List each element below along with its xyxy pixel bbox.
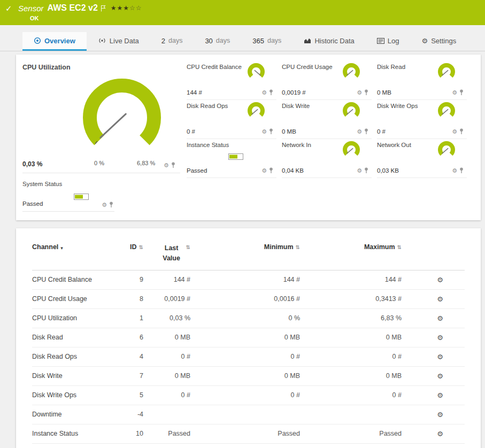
pin-icon[interactable] — [459, 167, 464, 174]
id-cell: 8 — [118, 295, 143, 303]
table-row: CPU Utilization 1 0,03 % 0 % 6,83 % ⚙ — [32, 309, 465, 328]
sort-icon[interactable]: ⇅ — [397, 244, 402, 250]
channel-cell: Disk Write Ops — [32, 391, 118, 399]
stars-filled[interactable]: ★★★ — [111, 4, 129, 12]
gauge-scale-max: 6,83 % — [137, 160, 155, 166]
tab-settings[interactable]: ⚙ Settings — [411, 32, 468, 51]
column-header-channel[interactable]: Channel ▾ — [32, 243, 118, 251]
channel-header-label: Channel — [32, 243, 58, 251]
gauge-visual — [435, 140, 458, 162]
sensor-kind-label: Sensor — [18, 4, 44, 13]
gear-icon[interactable]: ⚙ — [357, 90, 362, 96]
last-value-cell: 0,03 % — [143, 314, 190, 322]
live-data-icon — [98, 37, 106, 44]
gear-icon[interactable]: ⚙ — [102, 202, 107, 208]
column-header-id[interactable]: ID ⇅ — [118, 243, 143, 251]
gear-icon[interactable]: ⚙ — [357, 129, 362, 135]
stars-empty[interactable]: ☆☆ — [129, 4, 142, 12]
sensor-rating-stars[interactable]: ★★★☆☆ — [111, 4, 142, 12]
gauge-value: 0,04 KB — [282, 167, 304, 174]
gauge-visual — [340, 61, 363, 84]
minimum-cell: 0 # — [190, 391, 300, 399]
maximum-cell: 144 # — [300, 276, 402, 283]
channel-table-card: Channel ▾ ID ⇅ Last Value ⇅ Minimum ⇅ Ma… — [16, 228, 481, 448]
gear-icon[interactable]: ⚙ — [357, 168, 362, 174]
gauge-visual — [340, 140, 363, 162]
column-header-maximum[interactable]: Maximum ⇅ — [300, 243, 402, 251]
tab-2-days[interactable]: 2 days — [150, 32, 194, 51]
pin-icon[interactable] — [109, 202, 113, 208]
gauge-value: 0 # — [187, 128, 195, 135]
maximum-cell: 0 # — [300, 353, 402, 360]
sort-icon[interactable]: ⇅ — [296, 244, 300, 250]
system-status-viz — [74, 192, 89, 202]
minimum-cell: 144 # — [190, 276, 300, 283]
gauge-visual — [435, 101, 458, 123]
channel-settings-button[interactable]: ⚙ — [437, 391, 443, 399]
channel-settings-button[interactable]: ⚙ — [437, 295, 443, 303]
channel-settings-button[interactable]: ⚙ — [437, 372, 443, 380]
tab-log-label: Log — [388, 37, 399, 45]
id-cell: 6 — [118, 334, 143, 341]
pin-icon[interactable] — [459, 128, 464, 135]
pin-icon[interactable] — [269, 89, 273, 96]
minimum-cell: 0 MB — [190, 334, 300, 341]
gauge-scale-min: 0 % — [94, 160, 104, 166]
gauge-tile: Disk Write 0 MB ⚙ — [282, 100, 372, 139]
tab-overview[interactable]: Overview — [22, 32, 87, 51]
pin-icon[interactable] — [364, 167, 368, 174]
channel-settings-button[interactable]: ⚙ — [437, 411, 443, 419]
channel-settings-button[interactable]: ⚙ — [437, 276, 443, 284]
tab-30-days[interactable]: 30 days — [194, 32, 241, 51]
flag-icon[interactable] — [101, 5, 106, 12]
channel-settings-button[interactable]: ⚙ — [437, 430, 443, 438]
channel-settings-button[interactable]: ⚙ — [437, 314, 443, 322]
gear-icon[interactable]: ⚙ — [261, 90, 267, 96]
gear-icon[interactable]: ⚙ — [452, 168, 457, 174]
mini-gauge — [244, 101, 268, 121]
log-icon — [377, 38, 384, 44]
minimum-cell: Passed — [190, 430, 300, 437]
gauge-value: Passed — [187, 167, 207, 174]
pin-icon[interactable] — [459, 89, 464, 96]
gear-icon[interactable]: ⚙ — [261, 129, 267, 135]
tab-historic-data[interactable]: Historic Data — [292, 32, 365, 51]
column-header-minimum[interactable]: Minimum ⇅ — [190, 243, 300, 251]
sort-caret-icon[interactable]: ▾ — [60, 245, 63, 251]
system-status-tile: System Status Passed ⚙ — [22, 179, 114, 212]
maximum-cell: 0,3413 # — [300, 295, 402, 303]
table-row: Disk Read Ops 4 0 # 0 # 0 # ⚙ — [32, 347, 465, 367]
tab-log[interactable]: Log — [366, 32, 411, 51]
tab-365-days[interactable]: 365 days — [241, 32, 292, 51]
mini-gauge — [244, 61, 268, 82]
sort-icon[interactable]: ⇅ — [186, 244, 190, 250]
table-row: Downtime -4 ⚙ — [32, 405, 465, 424]
channel-cell: Downtime — [32, 411, 118, 418]
gear-icon[interactable]: ⚙ — [164, 163, 169, 168]
table-row: Network In 2 0,04 KB 0,03 KB 1.688 KB ⚙ — [32, 444, 465, 448]
gauge-title: Instance Status — [187, 139, 276, 148]
column-header-last-value[interactable]: Last Value ⇅ — [143, 243, 190, 264]
maximum-cell: 0 MB — [300, 334, 402, 341]
pin-icon[interactable] — [364, 128, 368, 135]
gauge-tile: Network Out 0,03 KB ⚙ — [377, 139, 467, 178]
pin-icon[interactable] — [269, 128, 273, 135]
divider — [22, 173, 180, 173]
sort-icon[interactable]: ⇅ — [139, 244, 143, 250]
id-cell: 10 — [118, 430, 143, 437]
channel-settings-button[interactable]: ⚙ — [437, 353, 443, 361]
id-header-label: ID — [130, 243, 137, 251]
gear-icon[interactable]: ⚙ — [452, 129, 457, 135]
channel-cell: CPU Utilization — [32, 314, 118, 322]
gear-icon[interactable]: ⚙ — [452, 90, 457, 96]
pin-icon[interactable] — [269, 167, 273, 174]
table-row: Disk Write Ops 5 0 # 0 # 0 # ⚙ — [32, 386, 465, 405]
mini-gauge — [340, 140, 363, 160]
status-indicator — [228, 153, 243, 160]
gear-icon[interactable]: ⚙ — [261, 168, 267, 174]
pin-icon[interactable] — [171, 162, 175, 168]
channel-settings-button[interactable]: ⚙ — [437, 334, 443, 342]
last-value-cell: 0 # — [143, 353, 190, 360]
tab-live-data[interactable]: Live Data — [87, 32, 150, 51]
pin-icon[interactable] — [364, 89, 368, 96]
